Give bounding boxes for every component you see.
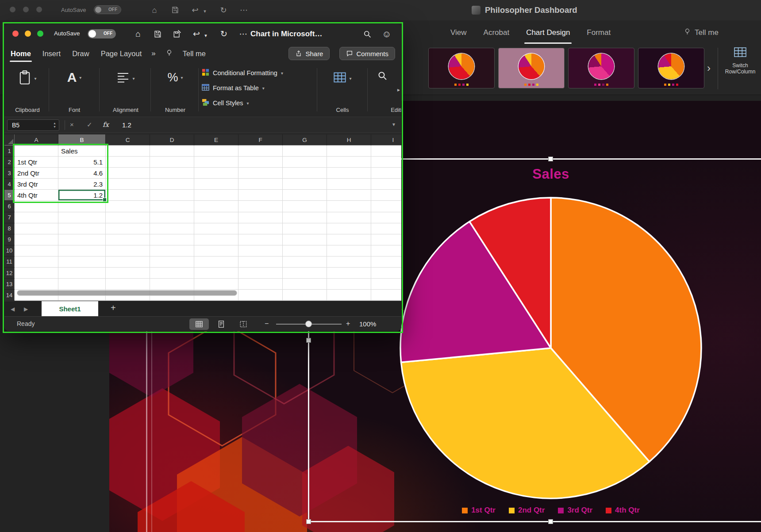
row-header-2[interactable]: 2 bbox=[4, 157, 15, 168]
cell-d13[interactable] bbox=[150, 279, 194, 290]
row-header-6[interactable]: 6 bbox=[4, 201, 15, 212]
legend-item-4[interactable]: 4th Qtr bbox=[606, 506, 640, 515]
cell-g5[interactable] bbox=[283, 190, 327, 201]
cell-e7[interactable] bbox=[194, 212, 238, 223]
selection-handle-bottom[interactable] bbox=[548, 519, 553, 524]
cell-a2[interactable]: 1st Qtr bbox=[15, 157, 58, 168]
cell-h5[interactable] bbox=[327, 190, 371, 201]
pp-home-icon[interactable]: ⌂ bbox=[149, 4, 160, 16]
cell-c6[interactable] bbox=[106, 201, 150, 212]
cell-h12[interactable] bbox=[327, 268, 371, 279]
cell-a9[interactable] bbox=[15, 234, 58, 245]
cell-c11[interactable] bbox=[106, 256, 150, 268]
excel-zoom-button[interactable] bbox=[37, 31, 43, 37]
search-icon[interactable] bbox=[361, 28, 373, 42]
excel-autosave-toggle[interactable]: OFF bbox=[88, 29, 116, 38]
cell-g12[interactable] bbox=[283, 268, 327, 279]
cell-i4[interactable] bbox=[371, 179, 401, 190]
font-group[interactable]: A ▾ Font bbox=[52, 63, 96, 117]
cell-i13[interactable] bbox=[371, 279, 401, 290]
cell-a7[interactable] bbox=[15, 212, 58, 223]
add-sheet-button[interactable]: + bbox=[111, 303, 116, 313]
zoom-in-icon[interactable]: + bbox=[346, 320, 350, 328]
cell-h10[interactable] bbox=[327, 245, 371, 256]
cell-a4[interactable]: 3rd Qtr bbox=[15, 179, 58, 190]
column-header-h[interactable]: H bbox=[327, 134, 371, 145]
cell-b8[interactable] bbox=[58, 223, 106, 234]
cell-b10[interactable] bbox=[58, 245, 106, 256]
format-as-table-button[interactable]: Format as Table ▾ bbox=[202, 80, 314, 96]
cell-a13[interactable] bbox=[15, 279, 58, 290]
cell-c13[interactable] bbox=[106, 279, 150, 290]
cell-h6[interactable] bbox=[327, 201, 371, 212]
cell-d3[interactable] bbox=[150, 168, 194, 179]
cell-g9[interactable] bbox=[283, 234, 327, 245]
conditional-formatting-button[interactable]: Conditional Formatting ▾ bbox=[202, 65, 314, 80]
cell-styles-button[interactable]: Cell Styles ▾ bbox=[202, 96, 314, 111]
row-header-7[interactable]: 7 bbox=[4, 212, 15, 223]
cell-h14[interactable] bbox=[327, 290, 371, 301]
cell-f14[interactable] bbox=[238, 290, 283, 301]
formula-cancel-icon[interactable]: × bbox=[70, 121, 74, 128]
cell-a8[interactable] bbox=[15, 223, 58, 234]
chart-title[interactable]: Sales bbox=[507, 166, 595, 182]
cell-h9[interactable] bbox=[327, 234, 371, 245]
cell-f8[interactable] bbox=[238, 223, 283, 234]
number-group[interactable]: % ▾ Number bbox=[154, 63, 196, 117]
legend-item-2[interactable]: 2nd Qtr bbox=[509, 506, 545, 515]
column-header-a[interactable]: A bbox=[15, 134, 58, 145]
column-header-b[interactable]: B bbox=[58, 134, 106, 145]
zoom-slider-thumb[interactable] bbox=[305, 321, 312, 327]
cell-h11[interactable] bbox=[327, 256, 371, 268]
fill-handle[interactable] bbox=[103, 198, 107, 202]
cell-d10[interactable] bbox=[150, 245, 194, 256]
cell-b11[interactable] bbox=[58, 256, 106, 268]
select-all-corner[interactable] bbox=[4, 134, 15, 145]
cell-c3[interactable] bbox=[106, 168, 150, 179]
pp-close-button[interactable] bbox=[10, 7, 15, 12]
cell-c1[interactable] bbox=[106, 145, 150, 157]
cell-i8[interactable] bbox=[371, 223, 401, 234]
cell-f11[interactable] bbox=[238, 256, 283, 268]
cell-b3[interactable]: 4.6 bbox=[58, 168, 106, 179]
cell-f5[interactable] bbox=[238, 190, 283, 201]
ribbon-expand-icon[interactable]: ▸ bbox=[397, 87, 400, 93]
tab-home[interactable]: Home bbox=[11, 50, 31, 58]
row-header-13[interactable]: 13 bbox=[4, 279, 15, 290]
alignment-group[interactable]: ▾ Alignment bbox=[103, 63, 149, 117]
cell-d8[interactable] bbox=[150, 223, 194, 234]
cell-c8[interactable] bbox=[106, 223, 150, 234]
tab-page-layout[interactable]: Page Layout bbox=[101, 50, 142, 58]
chart-style-thumbnail-2[interactable] bbox=[498, 48, 565, 88]
legend-item-3[interactable]: 3rd Qtr bbox=[558, 506, 592, 515]
cell-g11[interactable] bbox=[283, 256, 327, 268]
cell-e2[interactable] bbox=[194, 157, 238, 168]
cell-b4[interactable]: 2.3 bbox=[58, 179, 106, 190]
cell-d4[interactable] bbox=[150, 179, 194, 190]
excel-save-icon[interactable] bbox=[151, 28, 164, 42]
cell-g8[interactable] bbox=[283, 223, 327, 234]
column-header-e[interactable]: E bbox=[194, 134, 238, 145]
cell-b7[interactable] bbox=[58, 212, 106, 223]
chart-style-thumbnail-4[interactable] bbox=[638, 48, 704, 88]
excel-redo-icon[interactable]: ↻ bbox=[218, 28, 230, 40]
name-box[interactable]: B5 ▲▼ bbox=[7, 119, 59, 131]
cell-d7[interactable] bbox=[150, 212, 194, 223]
cell-f4[interactable] bbox=[238, 179, 283, 190]
selection-handle-top[interactable] bbox=[548, 157, 553, 161]
cell-c7[interactable] bbox=[106, 212, 150, 223]
cell-h1[interactable] bbox=[327, 145, 371, 157]
cell-g3[interactable] bbox=[283, 168, 327, 179]
cell-f12[interactable] bbox=[238, 268, 283, 279]
tab-tell-me[interactable]: Tell me bbox=[183, 50, 206, 58]
column-header-i[interactable]: I bbox=[371, 134, 401, 145]
cell-d9[interactable] bbox=[150, 234, 194, 245]
cell-b13[interactable] bbox=[58, 279, 106, 290]
cell-e9[interactable] bbox=[194, 234, 238, 245]
normal-view-button[interactable] bbox=[189, 318, 209, 330]
cell-a12[interactable] bbox=[15, 268, 58, 279]
page-break-view-button[interactable] bbox=[234, 318, 253, 330]
cells-group[interactable]: ▾ Cells bbox=[320, 63, 365, 117]
cell-c12[interactable] bbox=[106, 268, 150, 279]
row-header-1[interactable]: 1 bbox=[4, 145, 15, 157]
